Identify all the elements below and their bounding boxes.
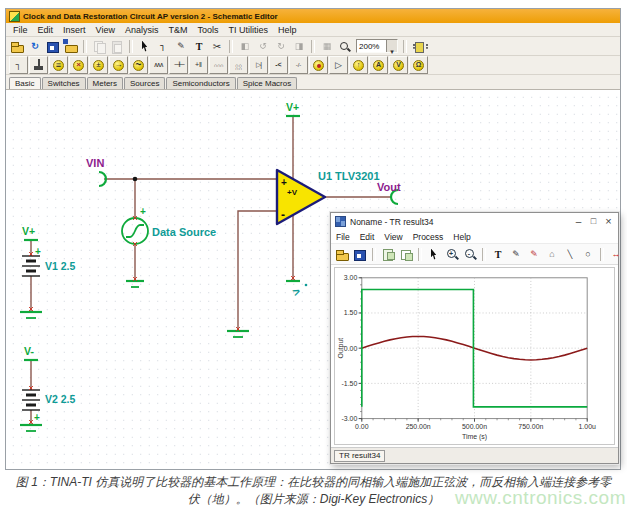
export-icon[interactable]: [63, 39, 79, 54]
minimize-icon[interactable]: [571, 214, 586, 229]
plot-menu-view[interactable]: View: [379, 232, 407, 242]
select-cursor-icon[interactable]: [137, 39, 153, 54]
grid-toggle-icon: [319, 39, 335, 54]
svg-text:250.00n: 250.00n: [406, 423, 431, 430]
v1-rail-label[interactable]: V+: [22, 225, 35, 237]
comp-voltage-pin-icon[interactable]: [349, 56, 368, 74]
vout-label[interactable]: Vout: [377, 181, 401, 193]
comp-polarized-capacitor-icon[interactable]: [189, 56, 208, 74]
data-source-symbol[interactable]: [122, 218, 148, 244]
comp-inductor-icon[interactable]: [209, 56, 228, 74]
plot-menu-process[interactable]: Process: [408, 232, 449, 242]
zoom-tool-icon[interactable]: [337, 39, 353, 54]
comp-voltmeter-icon[interactable]: [389, 56, 408, 74]
plot-menu-file[interactable]: File: [331, 232, 355, 242]
maximize-icon[interactable]: [586, 214, 601, 229]
menu-view[interactable]: View: [91, 25, 120, 35]
v2-battery-symbol[interactable]: [22, 390, 40, 410]
svg-text:500.00n: 500.00n: [462, 423, 487, 430]
plot-app-icon: [335, 216, 346, 227]
comp-transistor-icon[interactable]: [269, 56, 288, 74]
open-file-icon[interactable]: [9, 39, 25, 54]
rotate-left-icon: [255, 39, 271, 54]
pen-tool-icon[interactable]: [173, 39, 189, 54]
menu-ti-utilities[interactable]: TI Utilities: [223, 25, 273, 35]
menu-help[interactable]: Help: [273, 25, 302, 35]
tab-meters[interactable]: Meters: [87, 77, 123, 89]
flip-horizontal-icon: [237, 39, 253, 54]
menu-insert[interactable]: Insert: [58, 25, 91, 35]
comp-current-source-icon[interactable]: [109, 56, 128, 74]
v2-value-label[interactable]: V2 2.5: [45, 393, 76, 405]
opamp-supply-mark: +V: [287, 188, 298, 197]
zoom-level-select[interactable]: 200%: [356, 39, 398, 53]
app-titlebar[interactable]: Clock and Data Restoration Circuit AP ve…: [6, 9, 620, 23]
data-source-label[interactable]: Data Source: [152, 226, 216, 238]
menu-edit[interactable]: Edit: [33, 25, 59, 35]
tab-semiconductors[interactable]: Semiconductors: [166, 77, 235, 89]
vin-label[interactable]: VIN: [86, 157, 104, 169]
app-title: Clock and Data Restoration Circuit AP ve…: [23, 12, 278, 21]
text-tool-icon[interactable]: [191, 39, 207, 54]
comp-opamp-icon[interactable]: [329, 56, 348, 74]
v2-rail-label[interactable]: V-: [24, 345, 34, 357]
v1-value-label[interactable]: V1 2.5: [45, 260, 76, 272]
select-cursor-icon[interactable]: [426, 247, 442, 262]
wire-tool-icon[interactable]: [155, 39, 171, 54]
toolbar-separator: [418, 248, 422, 261]
comp-fuse-icon[interactable]: [69, 56, 88, 74]
comp-signal-generator-icon[interactable]: [129, 56, 148, 74]
tab-spice-macros[interactable]: Spice Macros: [237, 77, 297, 89]
vplus-rail-label[interactable]: V+: [286, 101, 299, 113]
comp-switch-icon[interactable]: [289, 56, 308, 74]
comp-battery-icon[interactable]: [49, 56, 68, 74]
menu-file[interactable]: File: [8, 25, 33, 35]
axis-x-icon[interactable]: [608, 247, 624, 262]
plot-menu-help[interactable]: Help: [448, 232, 475, 242]
line-tool-icon[interactable]: [562, 247, 578, 262]
tab-basic[interactable]: Basic: [9, 77, 41, 89]
comp-relay-icon[interactable]: [309, 56, 328, 74]
component-tabbar: BasicSwitchesMetersSourcesSemiconductors…: [6, 75, 620, 90]
menu-tools[interactable]: Tools: [192, 25, 223, 35]
svg-text:Time (s): Time (s): [462, 433, 487, 441]
menu-t-m[interactable]: T&M: [163, 25, 192, 35]
plot-title: Noname - TR result34: [350, 217, 567, 227]
opamp-ref-label[interactable]: U1 TLV3201: [318, 170, 380, 182]
comp-multimeter-icon[interactable]: [409, 56, 428, 74]
component-toolbar: [6, 56, 620, 75]
text-tool-icon[interactable]: [490, 247, 506, 262]
open-file-icon[interactable]: [334, 247, 350, 262]
menu-analysis[interactable]: Analysis: [120, 25, 164, 35]
refresh-icon[interactable]: [27, 39, 43, 54]
comp-diode-icon[interactable]: [249, 56, 268, 74]
zoom-in-icon[interactable]: [444, 247, 460, 262]
comp-transformer-icon[interactable]: [229, 56, 248, 74]
vminus-jumper-arrow[interactable]: >: [290, 284, 307, 300]
ellipse-tool-icon[interactable]: [580, 247, 596, 262]
cut-tool-icon[interactable]: [209, 39, 225, 54]
tab-sources[interactable]: Sources: [124, 77, 165, 89]
v1-battery-symbol[interactable]: [22, 256, 40, 276]
zoom-out-icon[interactable]: [462, 247, 478, 262]
save-icon[interactable]: [352, 247, 368, 262]
annotate-icon[interactable]: [526, 247, 542, 262]
save-icon[interactable]: [45, 39, 61, 54]
close-icon[interactable]: [601, 214, 616, 229]
comp-resistor-icon[interactable]: [149, 56, 168, 74]
comp-voltage-source-icon[interactable]: [89, 56, 108, 74]
comp-capacitor-icon[interactable]: [169, 56, 188, 74]
comp-ammeter-icon[interactable]: [369, 56, 388, 74]
plot-menu-edit[interactable]: Edit: [355, 232, 380, 242]
copy-page-icon[interactable]: [380, 247, 396, 262]
dropdown-arrow-icon[interactable]: [386, 40, 397, 52]
tab-tr-result34[interactable]: TR result34: [334, 450, 385, 462]
copy-object-icon[interactable]: [398, 247, 414, 262]
ic-macro-icon[interactable]: [411, 39, 427, 54]
comp-wire-icon[interactable]: [9, 56, 28, 74]
stamp-icon[interactable]: [544, 247, 560, 262]
plot-titlebar[interactable]: Noname - TR result34: [331, 213, 618, 230]
comp-ground-icon[interactable]: [29, 56, 48, 74]
pen-tool-icon[interactable]: [508, 247, 524, 262]
tab-switches[interactable]: Switches: [42, 77, 86, 89]
